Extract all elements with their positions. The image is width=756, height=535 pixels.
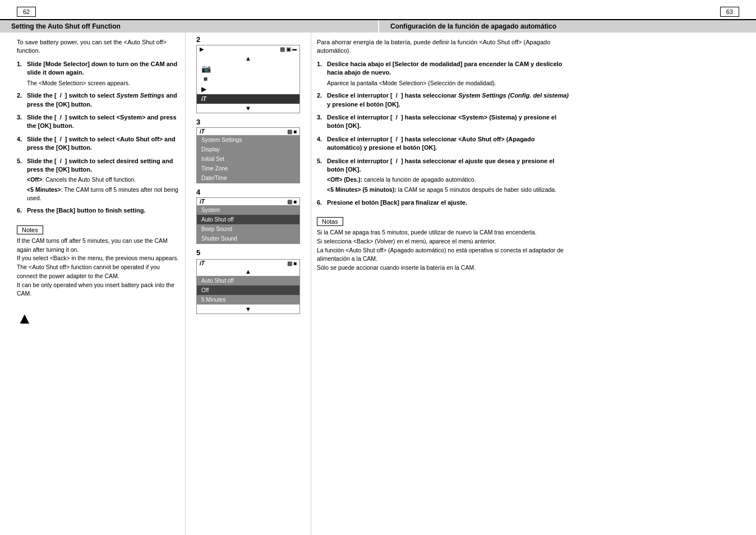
step-5-left: 5. Slide the [ / ] switch to select desi… [17,157,179,202]
screen-2: ▶ ▩▣▬ ▲ 📷 ◾ ▶ iT [196,45,300,113]
step-r6-content: Presione el botón [Back] para finalizar … [327,199,569,207]
initial-row: Initial Set [197,154,299,164]
5min-row: 5 Minutes [197,295,299,305]
step-3-content: Slide the [ / ] switch to select <System… [27,113,179,131]
photo-icon-row: ◾ [197,74,299,84]
step-5-right: 5. Deslice el interruptor [ / ] hasta se… [317,157,569,194]
step-2-right: 2. Deslice el interruptor [ / ] hasta se… [317,91,569,109]
screen-3-header: iT ▩■ [197,128,299,135]
autoshut-row: Auto Shut off [197,215,299,224]
section-title-right: Configuración de la función de apagado a… [378,20,756,33]
screen-5-header: iT ▩■ [197,260,299,267]
screen-4-icons: ▩■ [287,199,297,205]
screen-4-label: 4 [196,188,300,196]
autoshut-title: Auto Shut off [197,276,299,285]
step-6-num: 6. [17,206,27,215]
screen-3-label: 3 [196,118,300,126]
screen-5-header-row: 5 [196,248,300,258]
mode-icon-row: 📷 [197,63,299,74]
notes-label-left: Notes [17,225,43,234]
step-1-left: 1. Slide [Mode Selector] down to turn on… [17,60,179,87]
datetime-row: Date/Time [197,173,299,183]
step-r5-num: 5. [317,157,327,194]
page-num-right: 63 [720,7,739,17]
step-1-right: 1. Deslice hacia abajo el [Selector de m… [317,60,569,87]
notes-text-right: Si la CAM se apaga tras 5 minutos, puede… [317,228,569,273]
step-6-content: Press the [Back] button to finish settin… [27,206,179,215]
screen-5-icons: ▩■ [287,260,297,266]
page-container: 62 63 Setting the Auto Shut off Function… [0,0,756,535]
display-row: Display [197,145,299,154]
step-r4-num: 4. [317,135,327,153]
step-3-num: 3. [17,113,27,131]
screen-5: iT ▩■ ▲ Auto Shut off Off 5 Minutes ▼ [196,259,300,314]
down-arrow-5: ▼ [197,305,299,313]
step-3-left: 3. Slide the [ / ] switch to select <Sys… [17,113,179,131]
step-5-num: 5. [17,157,27,202]
step-r4-content: Deslice el interruptor [ / ] hasta selec… [327,135,569,153]
notes-text-left: If the CAM turns off after 5 minutes, yo… [17,237,179,298]
up-arrow-5: ▲ [197,267,299,276]
left-intro: To save battery power, you can set the <… [17,38,179,56]
left-column: To save battery power, you can set the <… [0,33,185,535]
system-row: System [197,205,299,215]
screen-2-header: ▶ ▩▣▬ [197,45,299,53]
section-header: Setting the Auto Shut off Function Confi… [0,20,756,33]
screen-4: iT ▩■ System Auto Shut off Beep Sound Sh… [196,197,300,244]
step-r2-num: 2. [317,91,327,109]
step-2-content: Slide the [ / ] switch to select System … [27,91,179,109]
step-4-num: 4. [17,135,27,153]
timezone-row: Time Zone [197,164,299,173]
step-r6-num: 6. [317,199,327,207]
step-r3-content: Deslice el interruptor [ / ] hasta selec… [327,113,569,131]
step-4-left: 4. Slide the [ / ] switch to select <Aut… [17,135,179,153]
top-header: 62 63 [0,0,756,20]
bottom-arrow-left: ▲ [17,310,179,328]
step-r1-num: 1. [317,60,327,87]
right-column: Para ahorrar energía de la batería, pued… [311,33,580,535]
beep-row: Beep Sound [197,224,299,234]
up-arrow-2: ▲ [197,53,299,63]
shutter-row: Shutter Sound [197,234,299,243]
screen-4-block: 4 iT ▩■ System Auto Shut off Beep Sound … [196,188,300,244]
screen-5-label: 5 [196,248,200,257]
page-num-left: 62 [17,7,36,17]
screen-4-header: iT ▩■ [197,198,299,205]
right-intro: Para ahorrar energía de la batería, pued… [317,38,569,56]
step-1-content: Slide [Mode Selector] down to turn on th… [27,60,179,87]
screen-5-block: 5 iT ▩■ ▲ Auto Shut off Off 5 Minutes ▼ [196,248,300,314]
step-1-num: 1. [17,60,27,87]
section-title-left: Setting the Auto Shut off Function [0,20,378,33]
main-layout: To save battery power, you can set the <… [0,33,756,535]
screen-3-icons: ▩■ [287,128,297,135]
step-r5-content: Deslice el interruptor [ / ] hasta selec… [327,157,569,194]
player-icon-row: ▶ [197,84,299,94]
screen-3-block: 3 iT ▩■ System Settings Display Initial … [196,118,300,183]
left-steps: 1. Slide [Mode Selector] down to turn on… [17,60,179,215]
step-4-content: Slide the [ / ] switch to select <Auto S… [27,135,179,153]
step-2-left: 2. Slide the [ / ] switch to select Syst… [17,91,179,109]
center-screens: 2 ▶ ▩▣▬ ▲ 📷 ◾ ▶ [185,33,311,535]
sys-settings-row: iT [197,94,299,104]
step-4-right: 4. Deslice el interruptor [ / ] hasta se… [317,135,569,153]
screen-2-block: 2 ▶ ▩▣▬ ▲ 📷 ◾ ▶ [196,35,300,113]
step-r2-content: Deslice el interruptor [ / ] hasta selec… [327,91,569,109]
step-6-left: 6. Press the [Back] button to finish set… [17,206,179,215]
notes-label-right: Notas [317,217,343,226]
step-6-right: 6. Presione el botón [Back] para finaliz… [317,199,569,207]
screen-3: iT ▩■ System Settings Display Initial Se… [196,127,300,183]
step-r3-num: 3. [317,113,327,131]
step-2-num: 2. [17,91,27,109]
off-row: Off [197,285,299,295]
step-3-right: 3. Deslice el interruptor [ / ] hasta se… [317,113,569,131]
right-steps: 1. Deslice hacia abajo el [Selector de m… [317,60,569,207]
screen-2-label: 2 [196,35,300,44]
screen-2-icons: ▩▣▬ [280,46,297,52]
step-r1-content: Deslice hacia abajo el [Selector de moda… [327,60,569,87]
sys-menu-row: System Settings [197,135,299,145]
step-5-content: Slide the [ / ] switch to select desired… [27,157,179,202]
down-arrow-2: ▼ [197,104,299,113]
